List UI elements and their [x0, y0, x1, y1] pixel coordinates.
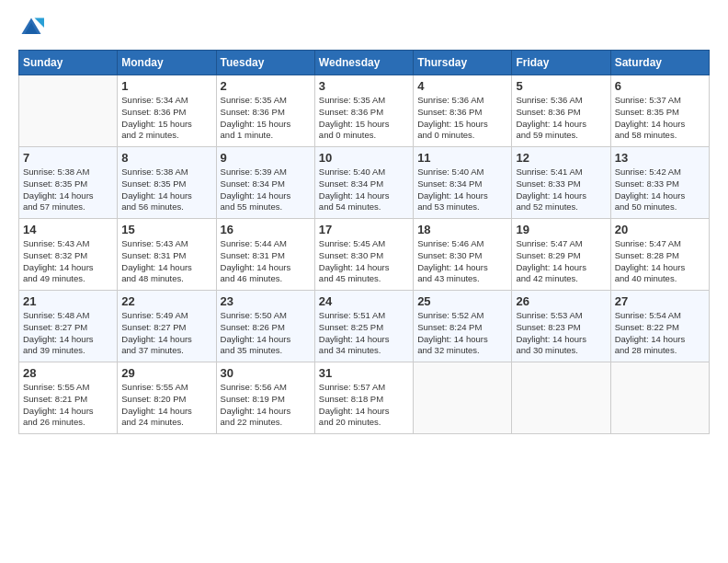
day-info: Sunrise: 5:38 AM Sunset: 8:35 PM Dayligh…: [121, 167, 211, 213]
page: SundayMondayTuesdayWednesdayThursdayFrid…: [0, 0, 728, 443]
day-info: Sunrise: 5:44 AM Sunset: 8:31 PM Dayligh…: [221, 238, 311, 285]
day-info: Sunrise: 5:43 AM Sunset: 8:32 PM Dayligh…: [23, 238, 113, 285]
day-info: Sunrise: 5:54 AM Sunset: 8:22 PM Dayligh…: [615, 310, 705, 357]
day-cell: 1Sunrise: 5:34 AM Sunset: 8:36 PM Daylig…: [118, 75, 216, 147]
day-number: 24: [319, 294, 409, 308]
day-info: Sunrise: 5:43 AM Sunset: 8:31 PM Dayligh…: [121, 238, 211, 285]
day-cell: [610, 362, 709, 434]
calendar-table: SundayMondayTuesdayWednesdayThursdayFrid…: [18, 50, 710, 434]
day-number: 1: [121, 79, 211, 93]
day-cell: 25Sunrise: 5:52 AM Sunset: 8:24 PM Dayli…: [414, 291, 512, 362]
col-header-thursday: Thursday: [414, 51, 512, 75]
day-info: Sunrise: 5:50 AM Sunset: 8:26 PM Dayligh…: [221, 310, 311, 357]
day-number: 15: [121, 223, 211, 236]
day-cell: 9Sunrise: 5:39 AM Sunset: 8:34 PM Daylig…: [216, 147, 314, 219]
week-row-1: 7Sunrise: 5:38 AM Sunset: 8:35 PM Daylig…: [19, 147, 710, 219]
day-cell: 18Sunrise: 5:46 AM Sunset: 8:30 PM Dayli…: [414, 219, 512, 291]
day-info: Sunrise: 5:47 AM Sunset: 8:29 PM Dayligh…: [516, 238, 606, 285]
day-cell: 31Sunrise: 5:57 AM Sunset: 8:18 PM Dayli…: [314, 362, 413, 434]
day-info: Sunrise: 5:49 AM Sunset: 8:27 PM Dayligh…: [121, 310, 211, 357]
day-cell: 11Sunrise: 5:40 AM Sunset: 8:34 PM Dayli…: [414, 147, 512, 219]
week-row-0: 1Sunrise: 5:34 AM Sunset: 8:36 PM Daylig…: [19, 75, 710, 147]
week-row-3: 21Sunrise: 5:48 AM Sunset: 8:27 PM Dayli…: [19, 291, 710, 362]
day-number: 27: [615, 294, 705, 308]
day-info: Sunrise: 5:45 AM Sunset: 8:30 PM Dayligh…: [319, 238, 409, 285]
day-cell: 30Sunrise: 5:56 AM Sunset: 8:19 PM Dayli…: [216, 362, 314, 434]
day-number: 9: [221, 151, 311, 165]
day-cell: [512, 362, 610, 434]
day-info: Sunrise: 5:34 AM Sunset: 8:36 PM Dayligh…: [121, 95, 211, 142]
day-cell: 13Sunrise: 5:42 AM Sunset: 8:33 PM Dayli…: [610, 147, 709, 219]
day-info: Sunrise: 5:39 AM Sunset: 8:34 PM Dayligh…: [221, 167, 311, 213]
logo: [18, 15, 48, 40]
day-info: Sunrise: 5:52 AM Sunset: 8:24 PM Dayligh…: [417, 310, 507, 357]
day-info: Sunrise: 5:36 AM Sunset: 8:36 PM Dayligh…: [417, 95, 507, 142]
day-number: 17: [319, 223, 409, 236]
day-number: 12: [516, 151, 606, 165]
day-number: 2: [221, 79, 311, 93]
day-cell: 5Sunrise: 5:36 AM Sunset: 8:36 PM Daylig…: [512, 75, 610, 147]
day-cell: 24Sunrise: 5:51 AM Sunset: 8:25 PM Dayli…: [314, 291, 413, 362]
day-number: 16: [221, 223, 311, 236]
day-number: 11: [417, 151, 507, 165]
day-cell: 26Sunrise: 5:53 AM Sunset: 8:23 PM Dayli…: [512, 291, 610, 362]
day-cell: 17Sunrise: 5:45 AM Sunset: 8:30 PM Dayli…: [314, 219, 413, 291]
day-cell: 12Sunrise: 5:41 AM Sunset: 8:33 PM Dayli…: [512, 147, 610, 219]
day-cell: 29Sunrise: 5:55 AM Sunset: 8:20 PM Dayli…: [118, 362, 216, 434]
day-info: Sunrise: 5:53 AM Sunset: 8:23 PM Dayligh…: [516, 310, 606, 357]
day-info: Sunrise: 5:35 AM Sunset: 8:36 PM Dayligh…: [221, 95, 311, 142]
day-cell: 21Sunrise: 5:48 AM Sunset: 8:27 PM Dayli…: [19, 291, 118, 362]
header: [18, 15, 710, 40]
day-cell: 8Sunrise: 5:38 AM Sunset: 8:35 PM Daylig…: [118, 147, 216, 219]
day-info: Sunrise: 5:35 AM Sunset: 8:36 PM Dayligh…: [319, 95, 409, 142]
day-cell: 4Sunrise: 5:36 AM Sunset: 8:36 PM Daylig…: [414, 75, 512, 147]
day-number: 4: [417, 79, 507, 93]
day-cell: 20Sunrise: 5:47 AM Sunset: 8:28 PM Dayli…: [610, 219, 709, 291]
week-row-4: 28Sunrise: 5:55 AM Sunset: 8:21 PM Dayli…: [19, 362, 710, 434]
day-cell: 22Sunrise: 5:49 AM Sunset: 8:27 PM Dayli…: [118, 291, 216, 362]
day-cell: 2Sunrise: 5:35 AM Sunset: 8:36 PM Daylig…: [216, 75, 314, 147]
day-info: Sunrise: 5:37 AM Sunset: 8:35 PM Dayligh…: [615, 95, 705, 142]
day-cell: 27Sunrise: 5:54 AM Sunset: 8:22 PM Dayli…: [610, 291, 709, 362]
day-cell: 6Sunrise: 5:37 AM Sunset: 8:35 PM Daylig…: [610, 75, 709, 147]
day-info: Sunrise: 5:46 AM Sunset: 8:30 PM Dayligh…: [417, 238, 507, 285]
day-cell: [414, 362, 512, 434]
week-row-2: 14Sunrise: 5:43 AM Sunset: 8:32 PM Dayli…: [19, 219, 710, 291]
day-number: 28: [23, 366, 113, 380]
col-header-monday: Monday: [118, 51, 216, 75]
logo-icon: [18, 15, 44, 40]
day-info: Sunrise: 5:57 AM Sunset: 8:18 PM Dayligh…: [319, 382, 409, 429]
day-number: 5: [516, 79, 606, 93]
day-cell: 14Sunrise: 5:43 AM Sunset: 8:32 PM Dayli…: [19, 219, 118, 291]
col-header-wednesday: Wednesday: [314, 51, 413, 75]
col-header-saturday: Saturday: [610, 51, 709, 75]
day-info: Sunrise: 5:36 AM Sunset: 8:36 PM Dayligh…: [516, 95, 606, 142]
day-number: 18: [417, 223, 507, 236]
day-cell: [19, 75, 118, 147]
day-number: 31: [319, 366, 409, 380]
day-info: Sunrise: 5:41 AM Sunset: 8:33 PM Dayligh…: [516, 167, 606, 213]
day-info: Sunrise: 5:47 AM Sunset: 8:28 PM Dayligh…: [615, 238, 705, 285]
col-header-friday: Friday: [512, 51, 610, 75]
day-cell: 28Sunrise: 5:55 AM Sunset: 8:21 PM Dayli…: [19, 362, 118, 434]
day-info: Sunrise: 5:40 AM Sunset: 8:34 PM Dayligh…: [417, 167, 507, 213]
day-number: 20: [615, 223, 705, 236]
day-number: 14: [23, 223, 113, 236]
header-row: SundayMondayTuesdayWednesdayThursdayFrid…: [19, 51, 710, 75]
day-number: 3: [319, 79, 409, 93]
day-cell: 23Sunrise: 5:50 AM Sunset: 8:26 PM Dayli…: [216, 291, 314, 362]
day-info: Sunrise: 5:56 AM Sunset: 8:19 PM Dayligh…: [221, 382, 311, 429]
day-cell: 7Sunrise: 5:38 AM Sunset: 8:35 PM Daylig…: [19, 147, 118, 219]
col-header-sunday: Sunday: [19, 51, 118, 75]
day-number: 29: [121, 366, 211, 380]
day-cell: 15Sunrise: 5:43 AM Sunset: 8:31 PM Dayli…: [118, 219, 216, 291]
day-number: 6: [615, 79, 705, 93]
day-cell: 19Sunrise: 5:47 AM Sunset: 8:29 PM Dayli…: [512, 219, 610, 291]
day-number: 22: [121, 294, 211, 308]
day-cell: 3Sunrise: 5:35 AM Sunset: 8:36 PM Daylig…: [314, 75, 413, 147]
day-cell: 16Sunrise: 5:44 AM Sunset: 8:31 PM Dayli…: [216, 219, 314, 291]
day-number: 25: [417, 294, 507, 308]
day-info: Sunrise: 5:48 AM Sunset: 8:27 PM Dayligh…: [23, 310, 113, 357]
day-info: Sunrise: 5:38 AM Sunset: 8:35 PM Dayligh…: [23, 167, 113, 213]
day-info: Sunrise: 5:55 AM Sunset: 8:21 PM Dayligh…: [23, 382, 113, 429]
